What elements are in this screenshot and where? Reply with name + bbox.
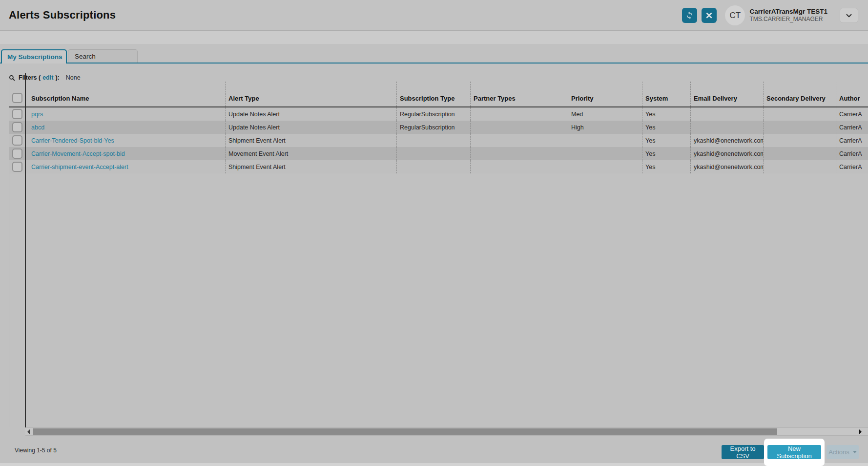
cell-alert-type: Movement Event Alert bbox=[225, 147, 396, 160]
cell-alert-type: Update Notes Alert bbox=[225, 107, 396, 121]
grid-checkbox-divider bbox=[25, 73, 26, 427]
subscription-name-link[interactable]: abcd bbox=[31, 124, 44, 131]
row-checkbox[interactable] bbox=[12, 109, 22, 119]
cell-email-delivery: ykashid@onenetwork.com bbox=[690, 147, 763, 160]
cell-secondary-delivery bbox=[763, 160, 836, 173]
close-button[interactable] bbox=[702, 8, 717, 23]
cell-secondary-delivery bbox=[763, 134, 836, 147]
cell-alert-type: Shipment Event Alert bbox=[225, 134, 396, 147]
subscription-name-link[interactable]: Carrier-Tendered-Spot-bid-Yes bbox=[31, 137, 114, 144]
cell-subscription-type bbox=[396, 147, 470, 160]
row-checkbox[interactable] bbox=[12, 148, 22, 159]
left-arrow-icon[interactable] bbox=[26, 429, 32, 435]
horizontal-scrollbar[interactable] bbox=[25, 427, 868, 436]
cell-email-delivery: ykashid@onenetwork.com bbox=[690, 134, 763, 147]
refresh-icon bbox=[685, 11, 694, 20]
column-header-email-delivery[interactable]: Email Delivery bbox=[690, 82, 763, 106]
cell-priority: Med bbox=[568, 107, 642, 121]
cell-alert-type: Shipment Event Alert bbox=[225, 160, 396, 173]
table-row[interactable]: pqrs Update Notes Alert RegularSubscript… bbox=[9, 107, 868, 121]
cell-email-delivery bbox=[690, 107, 763, 121]
cell-author: CarrierA bbox=[836, 147, 868, 160]
cell-system: Yes bbox=[642, 160, 690, 173]
cell-system: Yes bbox=[642, 121, 690, 134]
user-info: CarrierATransMgr TEST1 TMS.CARRIER_MANAG… bbox=[749, 7, 827, 23]
row-checkbox[interactable] bbox=[12, 162, 22, 172]
cell-priority bbox=[568, 147, 642, 160]
cell-partner-types bbox=[470, 160, 568, 173]
column-header-subscription-name[interactable]: Subscription Name bbox=[25, 82, 225, 106]
column-header-subscription-type[interactable]: Subscription Type bbox=[396, 82, 470, 106]
column-header-secondary-delivery[interactable]: Secondary Delivery bbox=[763, 82, 836, 106]
cell-author: CarrierA bbox=[836, 121, 868, 134]
search-icon bbox=[9, 75, 17, 81]
cell-priority bbox=[568, 134, 642, 147]
cell-author: CarrierA bbox=[836, 160, 868, 173]
export-to-csv-button[interactable]: Export to CSV bbox=[722, 445, 764, 459]
row-checkbox[interactable] bbox=[12, 135, 22, 146]
table-row[interactable]: abcd Update Notes Alert RegularSubscript… bbox=[9, 121, 868, 134]
cell-secondary-delivery bbox=[763, 147, 836, 160]
column-header-alert-type[interactable]: Alert Type bbox=[225, 82, 396, 106]
filters-label-suffix: ): bbox=[55, 74, 59, 81]
chevron-down-icon bbox=[853, 451, 857, 455]
filters-value: None bbox=[66, 74, 81, 81]
subscription-name-link[interactable]: pqrs bbox=[31, 111, 43, 118]
cell-partner-types bbox=[470, 121, 568, 134]
avatar[interactable]: CT bbox=[725, 5, 745, 25]
cell-system: Yes bbox=[642, 134, 690, 147]
row-checkbox[interactable] bbox=[12, 122, 22, 132]
bottom-strip bbox=[0, 463, 868, 466]
table-row[interactable]: Carrier-Tendered-Spot-bid-Yes Shipment E… bbox=[9, 134, 868, 147]
refresh-button[interactable] bbox=[682, 8, 697, 23]
tab-strip: My Subscriptions Search bbox=[0, 50, 868, 64]
cell-secondary-delivery bbox=[763, 121, 836, 134]
cell-subscription-type: RegularSubscription bbox=[396, 121, 470, 134]
subscription-name-link[interactable]: Carrier-shipment-event-Accept-alert bbox=[31, 164, 128, 170]
cell-partner-types bbox=[470, 134, 568, 147]
column-header-partner-types[interactable]: Partner Types bbox=[470, 82, 568, 106]
table-header-row: Subscription Name Alert Type Subscriptio… bbox=[9, 82, 868, 107]
tab-my-subscriptions[interactable]: My Subscriptions bbox=[1, 49, 67, 64]
cell-subscription-type bbox=[396, 160, 470, 173]
page-title: Alerts Subscriptions bbox=[9, 9, 116, 21]
cell-subscription-type: RegularSubscription bbox=[396, 107, 470, 121]
right-arrow-icon[interactable] bbox=[858, 429, 864, 435]
scrollbar-thumb[interactable] bbox=[33, 428, 777, 435]
cell-author: CarrierA bbox=[836, 134, 868, 147]
cell-system: Yes bbox=[642, 147, 690, 160]
viewing-status: Viewing 1-5 of 5 bbox=[15, 447, 57, 454]
cell-partner-types bbox=[470, 107, 568, 121]
filters-bar: Filters (edit): None bbox=[9, 73, 81, 82]
column-header-author[interactable]: Author bbox=[836, 82, 868, 106]
alerts-subscriptions-window: Alerts Subscriptions CT CarrierATransMgr… bbox=[0, 0, 868, 466]
close-icon bbox=[705, 11, 713, 20]
new-subscription-button[interactable]: New Subscription bbox=[767, 445, 821, 459]
user-name: CarrierATransMgr TEST1 bbox=[749, 7, 827, 16]
top-bar: Alerts Subscriptions CT CarrierATransMgr… bbox=[0, 0, 868, 31]
cell-author: CarrierA bbox=[836, 107, 868, 121]
column-header-system[interactable]: System bbox=[642, 82, 690, 106]
cell-system: Yes bbox=[642, 107, 690, 121]
subscription-name-link[interactable]: Carrier-Movement-Accept-spot-bid bbox=[31, 150, 125, 157]
actions-button: Actions bbox=[827, 445, 859, 459]
cell-alert-type: Update Notes Alert bbox=[225, 121, 396, 134]
cell-partner-types bbox=[470, 147, 568, 160]
filters-edit-link[interactable]: edit bbox=[42, 74, 53, 81]
header-divider-band bbox=[0, 31, 868, 44]
cell-priority: High bbox=[568, 121, 642, 134]
tab-search[interactable]: Search bbox=[68, 49, 138, 63]
actions-button-label: Actions bbox=[828, 448, 849, 456]
filters-label: Filters ( bbox=[19, 74, 41, 81]
cell-subscription-type bbox=[396, 134, 470, 147]
table-row[interactable]: Carrier-shipment-event-Accept-alert Ship… bbox=[9, 160, 868, 173]
cell-secondary-delivery bbox=[763, 107, 836, 121]
table-row[interactable]: Carrier-Movement-Accept-spot-bid Movemen… bbox=[9, 147, 868, 160]
select-all-checkbox[interactable] bbox=[12, 93, 22, 103]
cell-priority bbox=[568, 160, 642, 173]
user-role: TMS.CARRIER_MANAGER bbox=[749, 16, 827, 23]
cell-email-delivery: ykashid@onenetwork.com bbox=[690, 160, 763, 173]
user-menu-button[interactable] bbox=[840, 8, 858, 23]
top-bar-actions: CT CarrierATransMgr TEST1 TMS.CARRIER_MA… bbox=[682, 0, 858, 31]
column-header-priority[interactable]: Priority bbox=[568, 82, 642, 106]
